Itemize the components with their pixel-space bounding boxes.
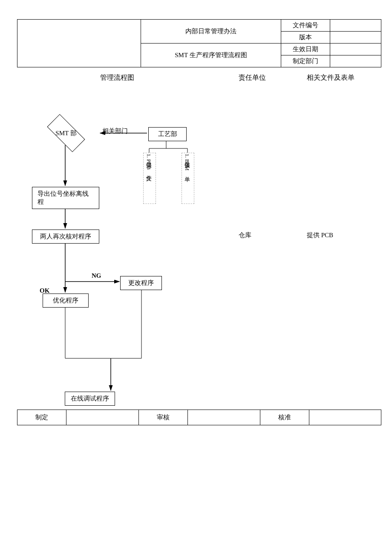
approve-label: 核准	[260, 410, 309, 425]
warehouse-label: 仓库	[239, 231, 251, 239]
review-value	[188, 410, 260, 425]
recheck-box: 两人再次核对程序	[32, 230, 99, 244]
col-resp: 责任单位	[239, 73, 266, 82]
version-label: 版本	[281, 32, 330, 44]
optimize-box: 优化程序	[43, 293, 89, 308]
create-value	[66, 410, 139, 425]
footer-table: 制定 审核 核准	[17, 410, 381, 425]
version-value	[330, 32, 381, 44]
eff-date-value	[330, 44, 381, 55]
tech-dept-box: 工艺部	[148, 127, 187, 141]
doc-no-label: 文件编号	[281, 20, 330, 32]
ng-label: NG	[92, 272, 101, 279]
change-prog-box: 更改程序	[120, 276, 162, 290]
eff-date-label: 生效日期	[281, 44, 330, 55]
online-debug-box: 在线调试程序	[65, 392, 115, 406]
related-dept-label: 相关部门	[102, 127, 128, 135]
col-flow: 管理流程图	[100, 73, 134, 82]
dept-value	[330, 55, 381, 67]
approve-value	[309, 410, 381, 425]
header-table: 内部日常管理办法 文件编号 版本 SMT 生产程序管理流程图 生效日期 制定部门	[17, 19, 381, 67]
dept-label: 制定部门	[281, 55, 330, 67]
export-coords-box: 导出位号坐标离线程	[32, 187, 99, 209]
provide-bom-label: 1.提供 BoM 单	[183, 154, 191, 172]
provide-pcb-label: 提供 PCB	[307, 231, 333, 239]
doc-title: 内部日常管理办法	[141, 20, 281, 44]
doc-subtitle: SMT 生产程序管理流程图	[141, 44, 281, 67]
col-docs: 相关文件及表单	[307, 73, 355, 82]
flowchart-area: SMT 部 相关部门 工艺部 1.提供 PCB 文件 1.提供 BoM 单 导出…	[17, 119, 381, 418]
flow-arrows	[17, 119, 381, 418]
doc-no-value	[330, 20, 381, 32]
review-label: 审核	[139, 410, 188, 425]
smt-dept-text: SMT 部	[40, 120, 92, 146]
smt-dept-decision: SMT 部	[40, 120, 92, 146]
provide-pcb-file-label: 1.提供 PCB 文件	[145, 154, 153, 171]
create-label: 制定	[17, 410, 66, 425]
